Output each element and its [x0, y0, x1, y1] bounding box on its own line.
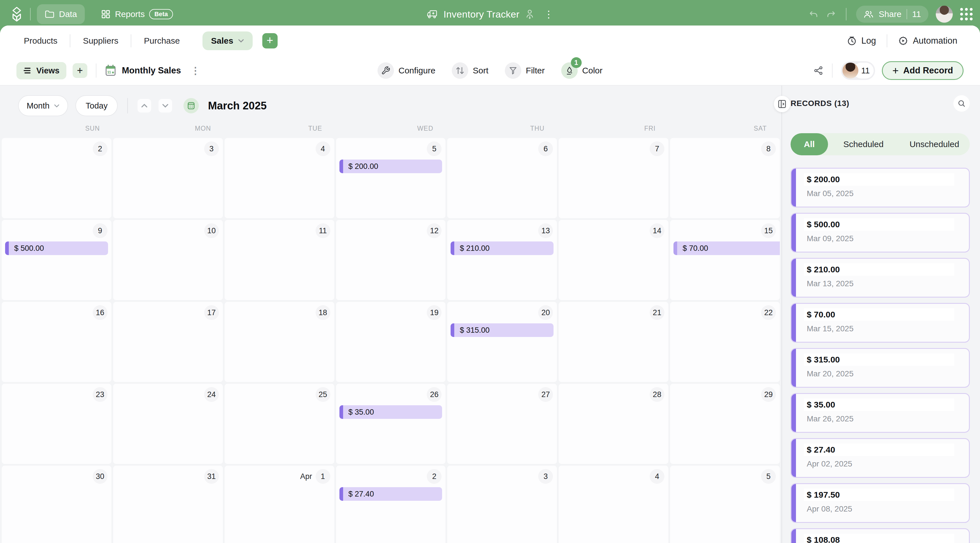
tab-products[interactable]: Products: [24, 36, 70, 46]
day-number: 8: [761, 141, 776, 156]
calendar-month-title: March 2025: [208, 100, 267, 112]
calendar-day-cell[interactable]: 14: [558, 220, 668, 300]
calendar-day-cell[interactable]: 29: [670, 384, 780, 464]
base-menu-kebab-icon[interactable]: ⋮: [544, 11, 554, 17]
calendar-day-cell[interactable]: 15$ 70.00: [670, 220, 780, 300]
svg-text:11: 11: [107, 70, 111, 74]
calendar-day-cell[interactable]: 17: [113, 302, 223, 382]
add-record-button[interactable]: + Add Record: [882, 61, 964, 80]
add-view-button[interactable]: +: [73, 63, 88, 78]
base-title: Inventory Tracker: [444, 9, 520, 20]
record-card[interactable]: $ 27.40Apr 02, 2025: [791, 438, 970, 478]
calendar-day-cell[interactable]: 13$ 210.00: [447, 220, 557, 300]
calendar-event-chip[interactable]: $ 35.00: [339, 405, 442, 419]
prev-month-button[interactable]: [138, 99, 151, 113]
calendar-day-cell[interactable]: 9$ 500.00: [2, 220, 111, 300]
apps-grid-icon[interactable]: [960, 8, 973, 21]
add-table-button[interactable]: +: [262, 33, 278, 48]
calendar-day-cell[interactable]: 12: [336, 220, 446, 300]
calendar-event-chip[interactable]: $ 315.00: [450, 323, 554, 337]
day-number: 7: [650, 141, 664, 156]
tab-sales-active[interactable]: Sales: [202, 32, 252, 50]
today-button[interactable]: Today: [75, 95, 118, 116]
calendar-day-cell[interactable]: 31: [113, 466, 223, 543]
calendar-day-cell[interactable]: 5: [670, 466, 780, 543]
record-date: Mar 20, 2025: [804, 369, 962, 378]
redo-icon[interactable]: [826, 10, 836, 19]
calendar-day-cell[interactable]: 24: [113, 384, 223, 464]
day-number: 5: [427, 141, 442, 156]
calendar-day-cell[interactable]: 3: [447, 466, 557, 543]
record-card[interactable]: $ 315.00Mar 20, 2025: [791, 348, 970, 388]
calendar-day-cell[interactable]: 3: [113, 138, 223, 218]
user-avatar[interactable]: [936, 6, 953, 23]
next-month-button[interactable]: [159, 99, 172, 113]
color-button[interactable]: 1 Color: [561, 62, 603, 79]
filter-unscheduled[interactable]: Unscheduled: [899, 140, 970, 149]
day-number-row: 21: [558, 302, 668, 321]
calendar-day-cell[interactable]: 6: [447, 138, 557, 218]
collaborators-chip[interactable]: 11: [841, 61, 875, 80]
undo-icon[interactable]: [808, 10, 819, 19]
configure-button[interactable]: Configure: [377, 62, 435, 79]
log-button[interactable]: Log: [847, 36, 876, 46]
filter-all[interactable]: All: [791, 133, 828, 155]
views-button[interactable]: Views: [16, 62, 66, 79]
collaborator-icon[interactable]: [525, 9, 534, 19]
share-nodes-icon[interactable]: [813, 65, 824, 76]
calendar-day-cell[interactable]: 2$ 27.40: [336, 466, 446, 543]
record-card[interactable]: $ 200.00Mar 05, 2025: [791, 168, 970, 208]
tab-purchase[interactable]: Purchase: [131, 36, 192, 46]
calendar-day-cell[interactable]: 16: [2, 302, 111, 382]
calendar-day-cell[interactable]: 21: [558, 302, 668, 382]
record-card[interactable]: $ 70.00Mar 15, 2025: [791, 303, 970, 343]
nav-data-button[interactable]: Data: [37, 4, 85, 24]
calendar-event-chip[interactable]: $ 210.00: [450, 241, 554, 255]
calendar-day-cell[interactable]: 27: [447, 384, 557, 464]
day-number: 9: [93, 223, 107, 238]
calendar-day-cell[interactable]: 19: [336, 302, 446, 382]
calendar-day-cell[interactable]: 10: [113, 220, 223, 300]
calendar-day-cell[interactable]: 2: [2, 138, 111, 218]
day-number-row: 22: [670, 302, 780, 321]
automation-button[interactable]: Automation: [898, 36, 957, 46]
filter-button[interactable]: Filter: [505, 62, 545, 79]
record-card[interactable]: $ 35.00Mar 26, 2025: [791, 393, 970, 433]
calendar-day-cell[interactable]: 8: [670, 138, 780, 218]
calendar-day-cell[interactable]: 30: [2, 466, 111, 543]
view-menu-kebab-icon[interactable]: ⋮: [191, 68, 200, 73]
day-number: 13: [538, 223, 553, 238]
search-button[interactable]: [953, 95, 970, 112]
calendar-event-chip[interactable]: $ 200.00: [339, 160, 442, 173]
calendar-event-chip[interactable]: $ 500.00: [5, 241, 108, 255]
calendar-day-cell[interactable]: 5$ 200.00: [336, 138, 446, 218]
calendar-day-cell[interactable]: 22: [670, 302, 780, 382]
record-card[interactable]: $ 197.50Apr 08, 2025: [791, 483, 970, 523]
calendar-day-cell[interactable]: 11: [224, 220, 334, 300]
tab-suppliers[interactable]: Suppliers: [70, 36, 131, 46]
calendar-day-cell[interactable]: 25: [224, 384, 334, 464]
calendar-day-cell[interactable]: 4: [558, 466, 668, 543]
filter-scheduled[interactable]: Scheduled: [828, 140, 899, 149]
truck-icon: [426, 10, 438, 19]
collapse-panel-button[interactable]: [774, 96, 790, 112]
calendar-day-cell[interactable]: 7: [558, 138, 668, 218]
calendar-mode-select[interactable]: Month: [18, 95, 68, 116]
record-card[interactable]: $ 210.00Mar 13, 2025: [791, 258, 970, 298]
calendar-day-cell[interactable]: 26$ 35.00: [336, 384, 446, 464]
calendar-day-cell[interactable]: 18: [224, 302, 334, 382]
calendar-day-cell[interactable]: 23: [2, 384, 111, 464]
record-card[interactable]: $ 500.00Mar 09, 2025: [791, 213, 970, 252]
calendar-event-chip[interactable]: $ 27.40: [339, 487, 442, 501]
calendar-day-cell[interactable]: 20$ 315.00: [447, 302, 557, 382]
sort-button[interactable]: Sort: [452, 62, 488, 79]
calendar-day-cell[interactable]: 4: [224, 138, 334, 218]
day-number: 18: [316, 305, 330, 320]
calendar-event-chip[interactable]: $ 70.00: [673, 241, 780, 255]
record-card[interactable]: $ 108.08: [791, 528, 970, 543]
nav-reports-button[interactable]: Reports Beta: [93, 4, 181, 24]
share-button[interactable]: Share 11: [856, 6, 928, 23]
calendar-day-cell[interactable]: Apr1: [224, 466, 334, 543]
calendar-day-cell[interactable]: 28: [558, 384, 668, 464]
app-logo-icon[interactable]: [7, 5, 26, 24]
